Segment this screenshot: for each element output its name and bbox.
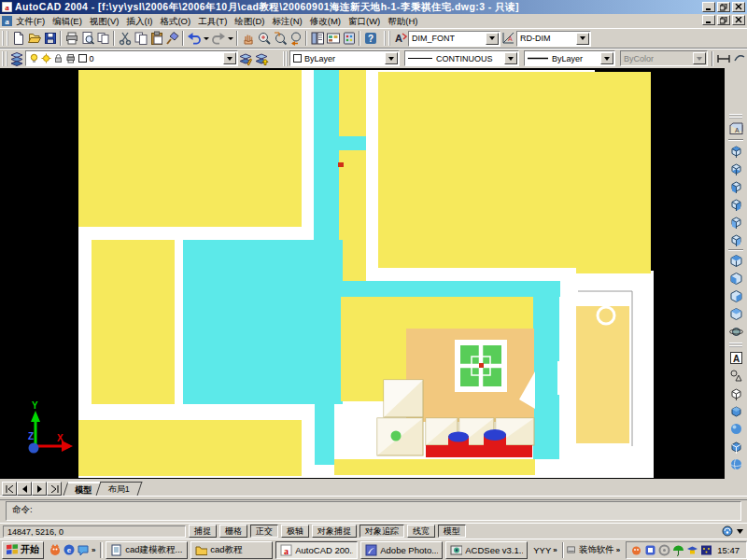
restore-button[interactable] [717, 2, 730, 12]
layer-plot-icon[interactable] [65, 53, 76, 63]
flyout-arrow[interactable] [202, 30, 210, 47]
orbit-button[interactable] [726, 323, 745, 341]
flat-shade-button[interactable] [726, 402, 745, 420]
styles-toolbar-grip[interactable] [384, 31, 390, 46]
toggle-对象捕捉[interactable]: 对象捕捉 [312, 525, 357, 538]
properties-toolbar-grip[interactable] [283, 51, 289, 66]
view-bottom-button[interactable] [726, 160, 745, 177]
status-menu-arrow[interactable] [737, 529, 743, 534]
task-button-3[interactable]: Adobe Photo... [360, 541, 443, 559]
tab-last-button[interactable] [47, 482, 62, 496]
view-front-button[interactable] [726, 213, 745, 231]
toggle-对象追踪[interactable]: 对象追踪 [359, 525, 404, 538]
zoom-previous-button[interactable] [288, 30, 303, 47]
text-style-icon[interactable]: A [392, 30, 408, 47]
command-input[interactable]: 命令: [6, 501, 741, 521]
menu-item-2[interactable]: 视图(V) [86, 15, 123, 28]
zoom-window-button[interactable] [272, 30, 288, 47]
menu-item-10[interactable]: 帮助(H) [384, 15, 421, 28]
render-pref-button[interactable] [726, 367, 745, 385]
task-button-4[interactable]: ACDSee v3.1... [445, 541, 528, 559]
toolbar-decor-label[interactable]: 装饰软件 [579, 544, 614, 556]
tray-cap-icon[interactable] [686, 544, 698, 556]
tray-umbrella-icon[interactable] [672, 544, 684, 556]
help-button[interactable]: ? [362, 30, 378, 47]
view-back-button[interactable] [726, 231, 745, 248]
view-sw-iso-button[interactable] [726, 252, 745, 270]
menu-item-4[interactable]: 格式(O) [156, 15, 194, 28]
layer-on-icon[interactable] [29, 53, 39, 63]
view-left-button[interactable] [726, 177, 745, 195]
tray-blue-icon[interactable] [644, 544, 656, 556]
lineweight-settings-icon[interactable] [715, 50, 731, 67]
dim-style-combo[interactable]: RD-DIM [516, 31, 591, 47]
task-button-2[interactable]: aAutoCAD 200... [275, 541, 358, 559]
flyout-arrow[interactable] [226, 30, 234, 47]
doc-restore-button[interactable] [717, 15, 730, 25]
tab-layout1[interactable]: 布局1 [96, 482, 143, 496]
dropdown-arrow[interactable] [223, 52, 236, 64]
publish-button[interactable] [95, 30, 111, 47]
dim-style-icon[interactable]: A [500, 30, 516, 47]
ql-messenger-icon[interactable] [76, 543, 90, 557]
layer-color-swatch[interactable] [78, 53, 88, 63]
task-button-0[interactable]: cad建模教程... [106, 541, 188, 559]
menu-item-0[interactable]: 文件(F) [12, 15, 49, 28]
doc-close-button[interactable] [732, 15, 745, 25]
layer-combo[interactable]: 0 [25, 50, 238, 66]
tray-kbd-icon[interactable] [700, 544, 712, 556]
print-button[interactable] [63, 30, 79, 47]
start-button[interactable]: 开始 [2, 541, 44, 559]
menu-item-3[interactable]: 插入(I) [122, 15, 156, 28]
matchprop-button[interactable] [164, 30, 180, 47]
task-button-1[interactable]: cad教程 [190, 541, 273, 559]
layer-lock-icon[interactable] [53, 53, 63, 63]
view-ne-iso-button[interactable] [726, 287, 745, 305]
view-nw-iso-button[interactable] [726, 305, 745, 323]
ql-browser-icon[interactable]: e [62, 543, 76, 557]
dropdown-arrow[interactable] [600, 52, 613, 64]
drawing-canvas[interactable]: YXZ [0, 68, 725, 479]
copy-button[interactable] [133, 30, 148, 47]
toggle-正交[interactable]: 正交 [250, 525, 278, 538]
text-style-combo[interactable]: DIM_FONT [408, 31, 500, 47]
gouraud-shade-button[interactable] [726, 420, 745, 438]
preview-button[interactable] [79, 30, 95, 47]
dropdown-arrow[interactable] [385, 52, 398, 64]
communication-center-icon[interactable] [721, 525, 734, 538]
flat-edges-button[interactable] [726, 438, 745, 455]
toolbar-grip[interactable] [2, 31, 8, 46]
redo-button[interactable] [210, 30, 226, 47]
dropdown-arrow[interactable] [576, 33, 589, 45]
close-button[interactable] [732, 2, 745, 12]
command-splitter[interactable] [0, 496, 747, 500]
menu-item-1[interactable]: 编辑(E) [49, 15, 86, 28]
paste-button[interactable] [148, 30, 164, 47]
dropdown-arrow[interactable] [504, 52, 517, 64]
save-button[interactable] [42, 30, 58, 47]
view-right-button[interactable] [726, 195, 745, 213]
yyy-overflow[interactable]: » [551, 546, 558, 554]
toggle-极轴[interactable]: 极轴 [281, 525, 309, 538]
toolbar-yyy-label[interactable]: YYY [533, 545, 551, 555]
color-combo[interactable]: ByLayer [289, 50, 400, 66]
toolbar-grip[interactable] [2, 51, 7, 66]
toolbar-grip[interactable] [729, 343, 742, 347]
make-layer-current-icon[interactable] [238, 50, 254, 67]
menu-item-9[interactable]: 窗口(W) [345, 15, 384, 28]
menu-item-8[interactable]: 修改(M) [306, 15, 345, 28]
toggle-线宽[interactable]: 线宽 [407, 525, 435, 538]
menu-item-5[interactable]: 工具(T) [194, 15, 231, 28]
minimize-button[interactable] [702, 2, 715, 12]
toolpalettes-button[interactable] [341, 30, 357, 47]
gouraud-edges-button[interactable] [726, 455, 745, 473]
view-se-iso-button[interactable] [726, 270, 745, 287]
named-views-button[interactable]: A [726, 120, 745, 138]
partial-toolbar-icon[interactable] [731, 50, 747, 67]
tab-prev-button[interactable] [17, 482, 32, 496]
open-button[interactable] [26, 30, 42, 47]
layer-freeze-icon[interactable] [41, 53, 51, 63]
view-top-button[interactable] [726, 142, 745, 160]
doc-minimize-button[interactable] [702, 15, 715, 25]
quicklaunch-overflow[interactable]: » [90, 546, 97, 554]
